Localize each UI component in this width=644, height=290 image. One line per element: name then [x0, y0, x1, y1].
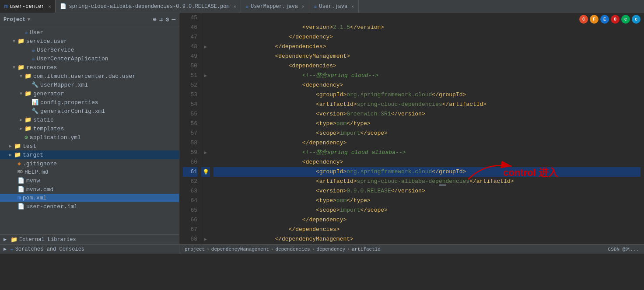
tree-item-target[interactable]: ▶ 📁 target	[0, 150, 179, 159]
tree-label-service-user: service.user	[26, 38, 67, 45]
scratches-consoles-item[interactable]: ▶ ✏ Scratches and Consoles	[0, 244, 179, 254]
chrome-icon[interactable]: C	[579, 15, 588, 24]
tree-label-resources: resources	[26, 64, 57, 71]
add-module-icon[interactable]: ⊕	[153, 16, 156, 23]
tree-item-usercenterapplication[interactable]: ☕ UserCenterApplication	[0, 54, 179, 63]
sidebar-tree[interactable]: ☕ User ▼ 📁 service.user ☕ UserService	[0, 26, 179, 234]
tree-arrow-com-itmuch: ▼	[18, 74, 24, 79]
tree-label-app-yml: application.yml	[30, 134, 81, 141]
tree-arrow-test: ▶	[7, 143, 14, 149]
tree-arrow-templates: ▶	[18, 126, 24, 131]
tree-item-userservice[interactable]: ☕ UserService	[0, 45, 179, 54]
tab-icon-user-java: ☕	[314, 3, 317, 10]
pom-icon-pom: m	[18, 195, 21, 201]
tree-label-userservice: UserService	[37, 47, 74, 53]
ie-green-icon[interactable]: e	[621, 15, 630, 24]
tree-item-mvnw[interactable]: 📄 mvnw	[0, 176, 179, 185]
tree-item-application-yml[interactable]: ⚙ application.yml	[0, 133, 179, 142]
opera-icon[interactable]: O	[611, 15, 620, 24]
tab-icon-user-center: m	[4, 3, 7, 10]
folder-icon-generator: 📁	[24, 90, 32, 97]
tree-item-config-props[interactable]: 📊 config.properties	[0, 98, 179, 107]
sidebar-title: Project	[4, 17, 25, 23]
tab-close-usermapper[interactable]: ✕	[302, 4, 304, 9]
sidebar-dropdown-arrow[interactable]: ▼	[27, 17, 30, 22]
tree-label-user: User	[30, 29, 43, 36]
tree-label-gitignore: .gitignore	[23, 161, 57, 167]
java-icon-user: ☕	[24, 29, 28, 36]
settings-icon[interactable]: ⚙	[165, 16, 169, 23]
edge-blue-icon[interactable]: E	[600, 15, 609, 24]
file-icon-mvnw: 📄	[18, 177, 24, 184]
tree-item-resources[interactable]: ▼ 📁 resources	[0, 63, 179, 72]
breadcrumb-dependency: dependency	[316, 247, 345, 252]
tab-spring-cloud[interactable]: 📄 spring-cloud-alibaba-dependencies-0.9.…	[56, 0, 241, 13]
tree-item-help-md[interactable]: MD HELP.md	[0, 168, 179, 176]
tab-user-center[interactable]: m user-center ✕	[0, 0, 56, 13]
breadcrumb: project › dependencyManagement › depende…	[185, 247, 381, 252]
expand-arrow-external: ▶	[4, 236, 10, 243]
main-content: Project ▼ ⊕ ⇉ ⚙ — ☕ User	[0, 13, 644, 254]
status-right-text: CSDN @沐...	[608, 247, 639, 252]
ie-blue-icon[interactable]: e	[632, 15, 640, 24]
bulb-icon[interactable]: 💡	[203, 169, 209, 175]
code-area[interactable]: 45 46 47 48 49 50 51 52 53 54 55 56 57 5…	[179, 13, 644, 244]
tree-item-generator[interactable]: ▼ 📁 generator	[0, 89, 179, 98]
tab-bar: m user-center ✕ 📄 spring-cloud-alibaba-d…	[0, 0, 644, 13]
minimize-icon[interactable]: —	[172, 16, 175, 23]
tree-item-pom-xml[interactable]: m pom.xml	[0, 194, 179, 202]
tree-item-user-center-iml[interactable]: 📄 user-center.iml	[0, 202, 179, 211]
tab-close-user-center[interactable]: ✕	[48, 4, 51, 9]
tree-item-templates[interactable]: ▶ 📁 templates	[0, 124, 179, 133]
external-libraries-label: External Libraries	[19, 237, 76, 243]
collapse-all-icon[interactable]: ⇉	[159, 16, 163, 23]
folder-icon-external: 📁	[10, 236, 18, 243]
editor-gutter: ▶ ▶ ▶ 💡	[201, 13, 210, 244]
tree-item-service-user[interactable]: ▼ 📁 service.user	[0, 37, 179, 45]
yaml-icon-app: ⚙	[24, 134, 28, 141]
folder-icon-target: 📁	[14, 151, 21, 158]
tree-label-generatorconfig: generatorConfig.xml	[40, 108, 105, 115]
java-icon-ucapp: ☕	[32, 55, 35, 62]
tree-arrow-generator: ▼	[18, 91, 24, 96]
breadcrumb-dependencies: dependencies	[275, 247, 310, 252]
sidebar-actions: ⊕ ⇉ ⚙ —	[153, 16, 175, 23]
tree-arrow-target: ▶	[7, 152, 14, 157]
folder-icon-templates: 📁	[24, 125, 32, 132]
code-lines[interactable]: <version>2.1.5</version> </dependency> <…	[210, 13, 644, 244]
props-icon-config: 📊	[32, 99, 38, 106]
breadcrumb-dependencymanagement: dependencyManagement	[211, 247, 269, 252]
tree-label-ucapp: UserCenterApplication	[37, 56, 108, 62]
firefox-icon[interactable]: F	[590, 15, 598, 24]
tree-item-gitignore[interactable]: ◆ .gitignore	[0, 159, 179, 168]
tab-label-spring-cloud: spring-cloud-alibaba-dependencies-0.9.0.…	[69, 3, 229, 10]
tab-icon-spring-cloud: 📄	[60, 3, 66, 10]
breadcrumb-artifactid: artifactId	[352, 247, 381, 252]
editor-content: 45 46 47 48 49 50 51 52 53 54 55 56 57 5…	[179, 13, 644, 244]
window: m user-center ✕ 📄 spring-cloud-alibaba-d…	[0, 0, 644, 254]
tree-label-mvnw: mvnw	[26, 178, 40, 184]
browser-toolbar: C F E O e e	[579, 15, 640, 24]
external-libraries-item[interactable]: ▶ 📁 External Libraries	[0, 234, 179, 244]
tree-item-test[interactable]: ▶ 📁 test	[0, 142, 179, 150]
file-icon-mvnw-cmd: 📄	[18, 186, 24, 193]
tree-item-user[interactable]: ☕ User	[0, 28, 179, 37]
tab-usermapper[interactable]: ☕ UserMapper.java ✕	[241, 0, 309, 13]
tree-label-usermapper-xml: UserMapper.xml	[40, 82, 88, 88]
tab-label-user-java: User.java	[319, 3, 347, 10]
tree-item-usermapper-xml[interactable]: 🔧 UserMapper.xml	[0, 80, 179, 89]
tab-user-java[interactable]: ☕ User.java ✕	[309, 0, 359, 13]
tab-close-spring-cloud[interactable]: ✕	[234, 4, 236, 9]
folder-icon-test: 📁	[14, 143, 21, 150]
tree-item-com-itmuch[interactable]: ▼ 📁 com.itmuch.usercenter.dao.user	[0, 72, 179, 80]
tree-item-static[interactable]: ▶ 📁 static	[0, 115, 179, 124]
status-right: CSDN @沐...	[608, 246, 639, 252]
tree-item-mvnw-cmd[interactable]: 📄 mvnw.cmd	[0, 185, 179, 194]
tab-close-user-java[interactable]: ✕	[351, 4, 354, 9]
folder-icon-service-user: 📁	[18, 38, 24, 45]
editor-area: C F E O e e	[179, 13, 644, 254]
xml-icon-generatorconfig: 🔧	[32, 108, 38, 115]
code-line-45: <version>2.1.5</version>	[214, 13, 640, 23]
tree-item-generatorconfig[interactable]: 🔧 generatorConfig.xml	[0, 107, 179, 115]
folder-icon-static: 📁	[24, 116, 32, 123]
